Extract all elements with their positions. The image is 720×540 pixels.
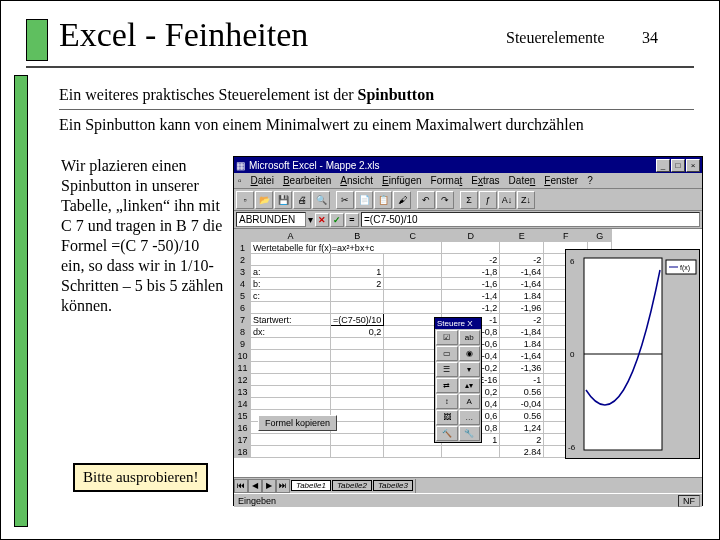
fx-icon[interactable]: ƒ: [479, 191, 497, 209]
sheet-tab-1[interactable]: Tabelle1: [291, 480, 331, 491]
accept-formula-icon[interactable]: ✓: [330, 213, 344, 227]
toolbox-option-icon[interactable]: ◉: [459, 346, 481, 361]
menu-format[interactable]: Format: [431, 175, 463, 186]
row-header[interactable]: 7: [235, 314, 251, 326]
cell[interactable]: 0.56: [500, 386, 544, 398]
toolbox-spin-icon[interactable]: ▴▾: [459, 378, 481, 393]
cell[interactable]: [251, 374, 331, 386]
cell[interactable]: -1,4: [442, 290, 500, 302]
row-header[interactable]: 16: [235, 422, 251, 434]
toolbox-listbox-icon[interactable]: ☰: [436, 362, 458, 377]
toolbox-image-icon[interactable]: 🖼: [436, 410, 458, 425]
spreadsheet-grid[interactable]: ABCDEFG1Wertetabelle für f(x)=ax²+bx+c2-…: [234, 229, 702, 477]
toolbox-hammer-icon[interactable]: 🔨: [436, 426, 458, 441]
cell[interactable]: 1,24: [500, 422, 544, 434]
cell[interactable]: [331, 422, 384, 434]
cancel-formula-icon[interactable]: ✕: [315, 213, 329, 227]
cell[interactable]: -1,64: [500, 278, 544, 290]
sort-desc-icon[interactable]: Z↓: [517, 191, 535, 209]
fx-equals-icon[interactable]: =: [345, 213, 359, 227]
cell[interactable]: [331, 386, 384, 398]
print-icon[interactable]: 🖨: [293, 191, 311, 209]
cell[interactable]: [331, 398, 384, 410]
toolbox-more-icon[interactable]: …: [459, 410, 481, 425]
cell[interactable]: =(C7-50)/10: [331, 314, 384, 326]
menu-help[interactable]: ?: [587, 175, 593, 186]
cell[interactable]: -1,64: [500, 350, 544, 362]
cell[interactable]: [251, 398, 331, 410]
copy-icon[interactable]: 📄: [355, 191, 373, 209]
name-dropdown-icon[interactable]: ▾: [308, 214, 313, 225]
new-icon[interactable]: ▫: [236, 191, 254, 209]
cell[interactable]: -2: [500, 254, 544, 266]
cell[interactable]: [331, 302, 384, 314]
row-header[interactable]: 1: [235, 242, 251, 254]
cell[interactable]: 2: [331, 278, 384, 290]
name-box[interactable]: ABRUNDEN: [236, 212, 306, 227]
cell[interactable]: 1: [331, 266, 384, 278]
cell[interactable]: [331, 434, 384, 446]
sheet-tab-3[interactable]: Tabelle3: [373, 480, 413, 491]
preview-icon[interactable]: 🔍: [312, 191, 330, 209]
toolbox-combo-icon[interactable]: ▾: [459, 362, 481, 377]
row-header[interactable]: 6: [235, 302, 251, 314]
sheet-tab-2[interactable]: Tabelle2: [332, 480, 372, 491]
cell[interactable]: 1.84: [500, 290, 544, 302]
row-header[interactable]: 14: [235, 398, 251, 410]
controls-toolbox[interactable]: Steuere X ☑ab ▭◉ ☰▾ ⇄▴▾ ↕A 🖼… 🔨🔧: [434, 317, 482, 443]
toolbox-toggle-icon[interactable]: ⇄: [436, 378, 458, 393]
save-icon[interactable]: 💾: [274, 191, 292, 209]
cell[interactable]: [331, 410, 384, 422]
row-header[interactable]: 10: [235, 350, 251, 362]
cell[interactable]: [442, 242, 500, 254]
cell[interactable]: [331, 446, 384, 458]
redo-icon[interactable]: ↷: [436, 191, 454, 209]
column-header[interactable]: C: [384, 230, 442, 242]
format-painter-icon[interactable]: 🖌: [393, 191, 411, 209]
row-header[interactable]: 18: [235, 446, 251, 458]
column-header[interactable]: A: [251, 230, 331, 242]
cell[interactable]: [331, 338, 384, 350]
toolbox-wrench-icon[interactable]: 🔧: [459, 426, 481, 441]
cell[interactable]: Wertetabelle für f(x)=ax²+bx+c: [251, 242, 442, 254]
tab-nav-last-icon[interactable]: ⏭: [276, 479, 290, 493]
cell[interactable]: -1,2: [442, 302, 500, 314]
open-icon[interactable]: 📂: [255, 191, 273, 209]
cell[interactable]: [442, 446, 500, 458]
cell[interactable]: Startwert:: [251, 314, 331, 326]
cell[interactable]: [251, 302, 331, 314]
cell[interactable]: b:: [251, 278, 331, 290]
cell[interactable]: 0,2: [331, 326, 384, 338]
cell[interactable]: -1,8: [442, 266, 500, 278]
row-header[interactable]: 2: [235, 254, 251, 266]
cell[interactable]: 2.84: [500, 446, 544, 458]
menu-file[interactable]: DDateiatei: [251, 175, 274, 186]
embedded-chart[interactable]: 6 0 -6 f(x): [565, 249, 700, 459]
row-header[interactable]: 15: [235, 410, 251, 422]
menu-view[interactable]: Ansicht: [340, 175, 373, 186]
close-button[interactable]: ×: [686, 159, 700, 172]
cell[interactable]: [331, 374, 384, 386]
row-header[interactable]: 13: [235, 386, 251, 398]
row-header[interactable]: 4: [235, 278, 251, 290]
toolbox-label-icon[interactable]: A: [459, 394, 481, 409]
toolbox-button-icon[interactable]: ▭: [436, 346, 458, 361]
column-header[interactable]: B: [331, 230, 384, 242]
paste-icon[interactable]: 📋: [374, 191, 392, 209]
tab-nav-first-icon[interactable]: ⏮: [234, 479, 248, 493]
row-header[interactable]: 3: [235, 266, 251, 278]
row-header[interactable]: 12: [235, 374, 251, 386]
cell[interactable]: -2: [442, 254, 500, 266]
row-header[interactable]: 8: [235, 326, 251, 338]
menu-insert[interactable]: Einfügen: [382, 175, 421, 186]
cell[interactable]: -1,84: [500, 326, 544, 338]
tab-nav-prev-icon[interactable]: ◀: [248, 479, 262, 493]
column-header[interactable]: F: [544, 230, 588, 242]
cell[interactable]: [384, 254, 442, 266]
toolbox-scroll-icon[interactable]: ↕: [436, 394, 458, 409]
cell[interactable]: [251, 338, 331, 350]
cell[interactable]: [384, 302, 442, 314]
cell[interactable]: [384, 446, 442, 458]
cut-icon[interactable]: ✂: [336, 191, 354, 209]
cell[interactable]: -1,96: [500, 302, 544, 314]
